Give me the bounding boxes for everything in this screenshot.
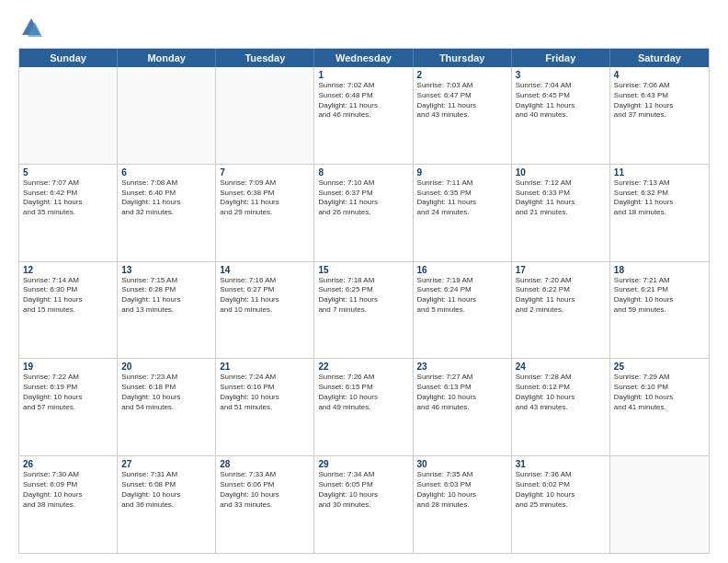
cal-cell-day-22: 22Sunrise: 7:26 AM Sunset: 6:15 PM Dayli… <box>314 359 413 455</box>
cal-cell-day-5: 5Sunrise: 7:07 AM Sunset: 6:42 PM Daylig… <box>19 165 118 261</box>
day-info: Sunrise: 7:23 AM Sunset: 6:18 PM Dayligh… <box>121 373 211 412</box>
day-number: 19 <box>23 362 113 372</box>
header-tuesday: Tuesday <box>216 49 314 67</box>
cal-week-0: 1Sunrise: 7:02 AM Sunset: 6:48 PM Daylig… <box>19 67 709 165</box>
day-number: 11 <box>614 167 705 178</box>
cal-cell-day-21: 21Sunrise: 7:24 AM Sunset: 6:16 PM Dayli… <box>216 359 314 455</box>
day-number: 20 <box>121 362 211 372</box>
day-number: 5 <box>23 167 113 178</box>
day-info: Sunrise: 7:03 AM Sunset: 6:47 PM Dayligh… <box>417 81 507 121</box>
day-number: 18 <box>614 265 705 275</box>
day-info: Sunrise: 7:14 AM Sunset: 6:30 PM Dayligh… <box>23 276 113 316</box>
header <box>18 15 710 40</box>
day-number: 30 <box>417 459 507 469</box>
day-number: 29 <box>318 459 408 469</box>
cal-cell-day-28: 28Sunrise: 7:33 AM Sunset: 6:06 PM Dayli… <box>216 456 314 553</box>
day-number: 6 <box>121 167 211 178</box>
day-number: 4 <box>614 70 705 80</box>
cal-cell-day-11: 11Sunrise: 7:13 AM Sunset: 6:32 PM Dayli… <box>610 165 709 261</box>
day-info: Sunrise: 7:16 AM Sunset: 6:27 PM Dayligh… <box>220 276 310 316</box>
cal-cell-day-27: 27Sunrise: 7:31 AM Sunset: 6:08 PM Dayli… <box>118 456 216 553</box>
day-number: 25 <box>614 362 705 372</box>
day-number: 26 <box>23 459 113 469</box>
cal-cell-day-18: 18Sunrise: 7:21 AM Sunset: 6:21 PM Dayli… <box>610 262 709 359</box>
day-info: Sunrise: 7:29 AM Sunset: 6:10 PM Dayligh… <box>614 373 705 412</box>
cal-cell-day-1: 1Sunrise: 7:02 AM Sunset: 6:48 PM Daylig… <box>314 67 413 164</box>
day-number: 12 <box>23 265 113 275</box>
cal-cell-day-20: 20Sunrise: 7:23 AM Sunset: 6:18 PM Dayli… <box>118 359 216 455</box>
day-info: Sunrise: 7:35 AM Sunset: 6:03 PM Dayligh… <box>417 470 507 510</box>
cal-cell-day-3: 3Sunrise: 7:04 AM Sunset: 6:45 PM Daylig… <box>512 67 610 164</box>
cal-week-4: 26Sunrise: 7:30 AM Sunset: 6:09 PM Dayli… <box>19 456 709 553</box>
day-info: Sunrise: 7:19 AM Sunset: 6:24 PM Dayligh… <box>417 276 507 316</box>
day-number: 31 <box>516 459 606 469</box>
day-info: Sunrise: 7:15 AM Sunset: 6:28 PM Dayligh… <box>121 276 211 316</box>
day-number: 27 <box>121 459 211 469</box>
day-info: Sunrise: 7:21 AM Sunset: 6:21 PM Dayligh… <box>614 276 705 316</box>
cal-cell-day-9: 9Sunrise: 7:11 AM Sunset: 6:35 PM Daylig… <box>414 165 512 261</box>
day-info: Sunrise: 7:22 AM Sunset: 6:19 PM Dayligh… <box>23 373 113 412</box>
day-info: Sunrise: 7:06 AM Sunset: 6:43 PM Dayligh… <box>614 81 705 121</box>
day-info: Sunrise: 7:07 AM Sunset: 6:42 PM Dayligh… <box>23 178 113 218</box>
day-number: 15 <box>318 265 408 275</box>
day-number: 28 <box>220 459 310 469</box>
day-info: Sunrise: 7:30 AM Sunset: 6:09 PM Dayligh… <box>23 470 113 510</box>
cal-cell-day-13: 13Sunrise: 7:15 AM Sunset: 6:28 PM Dayli… <box>118 262 216 359</box>
logo <box>18 15 48 40</box>
cal-cell-empty <box>118 67 216 164</box>
day-info: Sunrise: 7:02 AM Sunset: 6:48 PM Dayligh… <box>318 81 408 121</box>
cal-cell-day-16: 16Sunrise: 7:19 AM Sunset: 6:24 PM Dayli… <box>414 262 512 359</box>
day-number: 23 <box>417 362 507 372</box>
cal-cell-empty <box>610 456 709 553</box>
cal-cell-day-23: 23Sunrise: 7:27 AM Sunset: 6:13 PM Dayli… <box>414 359 512 455</box>
day-info: Sunrise: 7:08 AM Sunset: 6:40 PM Dayligh… <box>121 178 211 218</box>
day-number: 10 <box>516 167 606 178</box>
cal-week-3: 19Sunrise: 7:22 AM Sunset: 6:19 PM Dayli… <box>19 359 709 456</box>
day-number: 21 <box>220 362 310 372</box>
cal-cell-day-31: 31Sunrise: 7:36 AM Sunset: 6:02 PM Dayli… <box>512 456 610 553</box>
day-number: 8 <box>318 167 408 178</box>
day-number: 14 <box>220 265 310 275</box>
cal-cell-day-6: 6Sunrise: 7:08 AM Sunset: 6:40 PM Daylig… <box>118 165 216 261</box>
header-friday: Friday <box>512 49 610 67</box>
day-info: Sunrise: 7:18 AM Sunset: 6:25 PM Dayligh… <box>318 276 408 316</box>
day-number: 16 <box>417 265 507 275</box>
cal-cell-day-30: 30Sunrise: 7:35 AM Sunset: 6:03 PM Dayli… <box>414 456 512 553</box>
day-info: Sunrise: 7:11 AM Sunset: 6:35 PM Dayligh… <box>417 178 507 218</box>
day-info: Sunrise: 7:10 AM Sunset: 6:37 PM Dayligh… <box>318 178 408 218</box>
cal-cell-day-26: 26Sunrise: 7:30 AM Sunset: 6:09 PM Dayli… <box>19 456 118 553</box>
cal-cell-day-4: 4Sunrise: 7:06 AM Sunset: 6:43 PM Daylig… <box>610 67 709 164</box>
day-info: Sunrise: 7:34 AM Sunset: 6:05 PM Dayligh… <box>318 470 408 510</box>
day-info: Sunrise: 7:33 AM Sunset: 6:06 PM Dayligh… <box>220 470 310 510</box>
day-number: 24 <box>516 362 606 372</box>
cal-cell-empty <box>216 67 314 164</box>
header-sunday: Sunday <box>19 49 118 67</box>
cal-cell-empty <box>19 67 118 164</box>
page: Sunday Monday Tuesday Wednesday Thursday… <box>0 0 728 563</box>
day-info: Sunrise: 7:04 AM Sunset: 6:45 PM Dayligh… <box>516 81 606 121</box>
day-info: Sunrise: 7:28 AM Sunset: 6:12 PM Dayligh… <box>516 373 606 412</box>
day-info: Sunrise: 7:09 AM Sunset: 6:38 PM Dayligh… <box>220 178 310 218</box>
cal-cell-day-2: 2Sunrise: 7:03 AM Sunset: 6:47 PM Daylig… <box>414 67 512 164</box>
cal-cell-day-14: 14Sunrise: 7:16 AM Sunset: 6:27 PM Dayli… <box>216 262 314 359</box>
cal-week-1: 5Sunrise: 7:07 AM Sunset: 6:42 PM Daylig… <box>19 165 709 262</box>
day-info: Sunrise: 7:12 AM Sunset: 6:33 PM Dayligh… <box>516 178 606 218</box>
header-wednesday: Wednesday <box>314 49 413 67</box>
calendar-body: 1Sunrise: 7:02 AM Sunset: 6:48 PM Daylig… <box>19 67 709 553</box>
calendar-header: Sunday Monday Tuesday Wednesday Thursday… <box>19 49 709 67</box>
day-info: Sunrise: 7:13 AM Sunset: 6:32 PM Dayligh… <box>614 178 705 218</box>
day-number: 2 <box>417 70 507 80</box>
day-info: Sunrise: 7:20 AM Sunset: 6:22 PM Dayligh… <box>516 276 606 316</box>
cal-cell-day-24: 24Sunrise: 7:28 AM Sunset: 6:12 PM Dayli… <box>512 359 610 455</box>
day-number: 9 <box>417 167 507 178</box>
cal-cell-day-19: 19Sunrise: 7:22 AM Sunset: 6:19 PM Dayli… <box>19 359 118 455</box>
cal-cell-day-15: 15Sunrise: 7:18 AM Sunset: 6:25 PM Dayli… <box>314 262 413 359</box>
day-number: 1 <box>318 70 408 80</box>
day-number: 22 <box>318 362 408 372</box>
day-number: 3 <box>516 70 606 80</box>
day-info: Sunrise: 7:24 AM Sunset: 6:16 PM Dayligh… <box>220 373 310 412</box>
day-info: Sunrise: 7:36 AM Sunset: 6:02 PM Dayligh… <box>516 470 606 510</box>
day-number: 13 <box>121 265 211 275</box>
cal-cell-day-7: 7Sunrise: 7:09 AM Sunset: 6:38 PM Daylig… <box>216 165 314 261</box>
cal-cell-day-12: 12Sunrise: 7:14 AM Sunset: 6:30 PM Dayli… <box>19 262 118 359</box>
